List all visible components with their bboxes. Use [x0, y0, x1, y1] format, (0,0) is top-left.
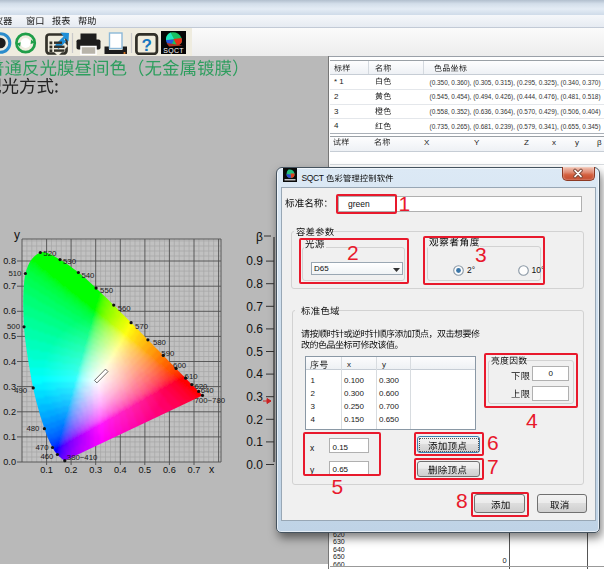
svg-text:610: 610 [185, 372, 199, 381]
svg-text:560: 560 [118, 304, 132, 313]
svg-text:530: 530 [63, 257, 77, 266]
svg-text:490: 490 [14, 386, 28, 395]
svg-text:0.7: 0.7 [188, 465, 201, 475]
svg-text:0.2: 0.2 [65, 465, 78, 475]
svg-text:x: x [209, 463, 215, 475]
svg-text:0.6: 0.6 [3, 306, 16, 316]
svg-text:0.2: 0.2 [3, 407, 16, 417]
svg-text:0.0: 0.0 [3, 457, 16, 467]
svg-text:0.0: 0.0 [246, 458, 263, 472]
svg-text:0.5: 0.5 [3, 331, 16, 341]
svg-text:0.3: 0.3 [3, 382, 16, 392]
svg-text:0.1: 0.1 [40, 465, 53, 475]
svg-text:510: 510 [8, 269, 22, 278]
svg-text:0.5: 0.5 [246, 345, 263, 359]
svg-text:β: β [256, 230, 263, 244]
svg-text:0.6: 0.6 [246, 322, 263, 336]
svg-text:0.7: 0.7 [246, 300, 263, 314]
svg-text:0.2: 0.2 [246, 413, 263, 427]
svg-text:0.4: 0.4 [246, 367, 263, 381]
svg-text:0.6: 0.6 [163, 465, 176, 475]
svg-text:460: 460 [40, 452, 54, 461]
svg-text:600: 600 [173, 361, 187, 370]
svg-text:y: y [14, 228, 20, 242]
svg-text:0.9: 0.9 [246, 254, 263, 268]
svg-text:580: 580 [153, 338, 167, 347]
svg-text:0.7: 0.7 [3, 281, 16, 291]
svg-text:0.3: 0.3 [89, 465, 102, 475]
svg-text:0.4: 0.4 [3, 357, 16, 367]
svg-text:SQCT: SQCT [163, 47, 184, 55]
svg-text:0.5: 0.5 [138, 465, 151, 475]
svg-text:500: 500 [7, 322, 21, 331]
svg-text:0.3: 0.3 [246, 390, 263, 404]
svg-text:380~410: 380~410 [67, 453, 98, 462]
svg-text:540: 540 [81, 271, 95, 280]
svg-text:0.8: 0.8 [3, 256, 16, 266]
svg-text:0.1: 0.1 [3, 432, 16, 442]
svg-text:590: 590 [161, 349, 175, 358]
svg-text:0.4: 0.4 [114, 465, 127, 475]
svg-text:570: 570 [135, 322, 149, 331]
svg-text:550: 550 [100, 286, 114, 295]
svg-text:700~780: 700~780 [195, 396, 226, 405]
svg-text:520: 520 [43, 249, 57, 258]
svg-text:480: 480 [26, 424, 40, 433]
svg-text:640: 640 [201, 386, 215, 395]
svg-text:0.1: 0.1 [246, 435, 263, 449]
svg-text:0.8: 0.8 [246, 277, 263, 291]
svg-text:?: ? [142, 36, 152, 55]
